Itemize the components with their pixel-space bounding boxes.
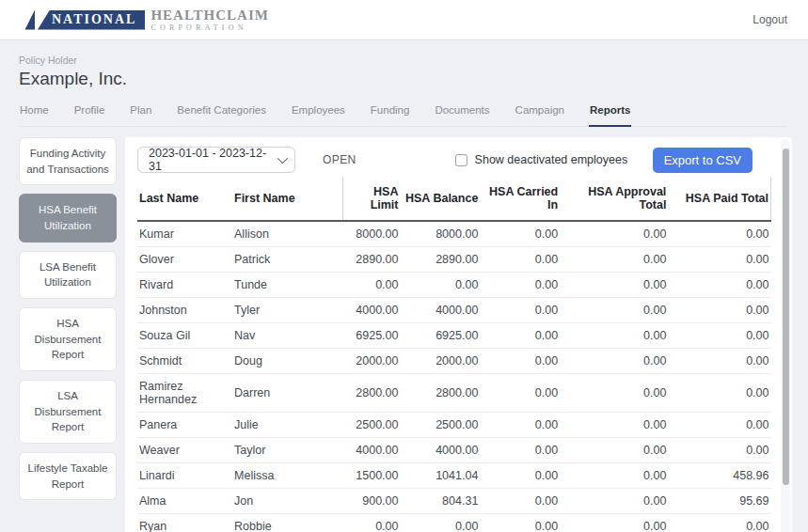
cell-value: 0.00 (480, 463, 560, 489)
chevron-down-icon (277, 153, 288, 164)
cell-value: 4000.00 (343, 298, 401, 323)
report-panel: 2023-01-01 - 2023-12-31 OPEN Show deacti… (125, 137, 792, 532)
column-header-hsa-limit: HSA Limit (343, 178, 401, 221)
cell-value: 804.31 (400, 489, 480, 514)
tab-profile[interactable]: Profile (73, 104, 106, 126)
cell-value: 95.69 (668, 489, 770, 514)
cell-value: 4000.00 (400, 298, 480, 323)
cell-last-name: Johnston (137, 298, 232, 323)
cell-first-name: Taylor (232, 438, 343, 463)
cell-value: 1500.00 (343, 463, 401, 489)
sidebar-item-lifestyle-taxable-report[interactable]: Lifestyle Taxable Report (19, 452, 117, 500)
export-csv-button[interactable]: Export to CSV (653, 148, 753, 173)
table-row: PaneraJulie2500.002500.000.000.000.00 (137, 413, 771, 438)
cell-value: 2800.00 (400, 374, 480, 413)
cell-value: 0.00 (480, 349, 560, 374)
table-body: KumarAllison8000.008000.000.000.000.00Gl… (137, 221, 771, 532)
sidebar-item-hsa-benefit-utilization[interactable]: HSA Benefit Utilization (19, 194, 117, 242)
cell-value: 0.00 (343, 273, 401, 298)
cell-first-name: Robbie (232, 514, 343, 532)
sidebar-item-lsa-disbursement-report[interactable]: LSA Disbursement Report (19, 380, 117, 444)
show-deactivated-checkbox[interactable] (455, 154, 467, 166)
cell-value: 0.00 (480, 413, 560, 438)
cell-value: 0.00 (668, 323, 770, 349)
logout-link[interactable]: Logout (753, 13, 787, 26)
tab-home[interactable]: Home (19, 104, 50, 126)
cell-first-name: Patrick (232, 247, 343, 273)
column-header-hsa-carried-in: HSA Carried In (480, 178, 560, 221)
report-sidebar: Funding Activity and TransactionsHSA Ben… (19, 137, 117, 500)
cell-last-name: Ramirez Hernandez (137, 374, 232, 413)
column-header-last-name: Last Name (137, 178, 232, 221)
cell-value: 0.00 (560, 438, 668, 463)
cell-value: 0.00 (480, 374, 560, 413)
table-row: RivardTunde0.000.000.000.000.00 (137, 273, 771, 298)
cell-value: 1041.04 (400, 463, 480, 489)
cell-value: 0.00 (560, 514, 668, 532)
tab-campaign[interactable]: Campaign (515, 104, 565, 126)
cell-value: 2000.00 (400, 349, 480, 374)
cell-value: 2890.00 (343, 247, 401, 273)
show-deactivated-group: Show deactivated employees (455, 153, 628, 166)
cell-value: 0.00 (668, 273, 770, 298)
date-range-value: 2023-01-01 - 2023-12-31 (149, 147, 277, 173)
cell-first-name: Allison (232, 221, 343, 247)
cell-last-name: Glover (137, 247, 232, 273)
sidebar-item-lsa-benefit-utilization[interactable]: LSA Benefit Utilization (19, 251, 117, 299)
column-header-first-name: First Name (232, 178, 343, 221)
tab-funding[interactable]: Funding (370, 104, 411, 126)
cell-last-name: Schmidt (137, 349, 232, 374)
status-badge: OPEN (323, 153, 356, 166)
cell-first-name: Tyler (232, 298, 343, 323)
cell-value: 8000.00 (343, 221, 401, 247)
cell-first-name: Doug (232, 349, 343, 374)
cell-value: 2500.00 (400, 413, 480, 438)
cell-value: 0.00 (560, 374, 668, 413)
scrollbar-thumb[interactable] (783, 149, 789, 485)
column-header-hsa-approval-total: HSA Approval Total (560, 178, 668, 221)
report-controls: 2023-01-01 - 2023-12-31 OPEN Show deacti… (125, 137, 792, 173)
date-range-select[interactable]: 2023-01-01 - 2023-12-31 (137, 147, 295, 173)
cell-value: 0.00 (668, 374, 770, 413)
cell-value: 0.00 (480, 438, 560, 463)
table-header-row: Last NameFirst NameHSA LimitHSA BalanceH… (137, 178, 771, 221)
tab-employees[interactable]: Employees (291, 104, 346, 126)
policy-holder-label: Policy Holder (19, 55, 787, 66)
logo-national: NATIONAL (38, 10, 145, 30)
logo-corporation: CORPORATION (151, 24, 268, 32)
sidebar-item-funding-activity-and-transactions[interactable]: Funding Activity and Transactions (19, 137, 117, 185)
sidebar-item-hsa-disbursement-report[interactable]: HSA Disbursement Report (19, 307, 117, 371)
cell-value: 0.00 (668, 247, 770, 273)
cell-first-name: Darren (232, 374, 343, 413)
cell-value: 8000.00 (400, 221, 480, 247)
cell-value: 2890.00 (400, 247, 480, 273)
cell-value: 0.00 (668, 413, 770, 438)
cell-last-name: Souza Gil (137, 323, 232, 349)
cell-value: 0.00 (560, 489, 668, 514)
hsa-utilization-table: Last NameFirst NameHSA LimitHSA BalanceH… (137, 178, 771, 532)
cell-value: 0.00 (668, 298, 770, 323)
cell-value: 0.00 (560, 323, 668, 349)
cell-first-name: Nav (232, 323, 343, 349)
cell-value: 0.00 (560, 413, 668, 438)
cell-value: 6925.00 (343, 323, 401, 349)
cell-value: 0.00 (480, 514, 560, 532)
cell-value: 0.00 (480, 298, 560, 323)
tab-documents[interactable]: Documents (434, 104, 490, 126)
tab-benefit-categories[interactable]: Benefit Categories (176, 104, 267, 126)
page-title: Example, Inc. (19, 69, 787, 89)
tab-reports[interactable]: Reports (589, 104, 631, 127)
logo-slash-icon (21, 10, 35, 30)
cell-value: 0.00 (668, 514, 770, 532)
cell-first-name: Julie (232, 413, 343, 438)
tab-plan[interactable]: Plan (129, 104, 152, 126)
cell-last-name: Weaver (137, 438, 232, 463)
show-deactivated-label: Show deactivated employees (475, 153, 628, 166)
cell-value: 0.00 (560, 349, 668, 374)
scrollbar-track[interactable] (781, 139, 790, 532)
cell-value: 0.00 (560, 463, 668, 489)
cell-last-name: Kumar (137, 221, 232, 247)
table-row: Souza GilNav6925.006925.000.000.000.00 (137, 323, 771, 349)
table-row: GloverPatrick2890.002890.000.000.000.00 (137, 247, 771, 273)
cell-value: 0.00 (480, 489, 560, 514)
